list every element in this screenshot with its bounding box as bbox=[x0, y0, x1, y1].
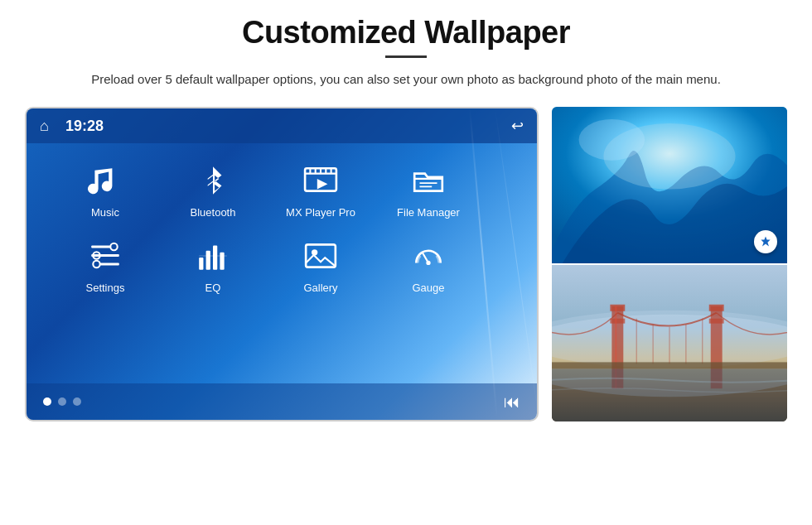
svg-rect-36 bbox=[709, 319, 724, 324]
app-mxplayer[interactable]: MX Player Pro bbox=[267, 160, 375, 219]
svg-point-23 bbox=[426, 261, 430, 265]
bridge-background bbox=[552, 265, 787, 421]
gauge-icon bbox=[408, 235, 449, 277]
page-container: Customized Wallpaper Preload over 5 defa… bbox=[0, 0, 812, 525]
app-eq[interactable]: EQ bbox=[159, 235, 267, 294]
svg-point-15 bbox=[93, 261, 99, 267]
svg-rect-11 bbox=[91, 254, 119, 257]
app-grid: Music Bluetooth bbox=[27, 143, 537, 383]
video-icon bbox=[300, 160, 341, 201]
svg-rect-19 bbox=[220, 253, 224, 270]
music-icon bbox=[85, 160, 126, 201]
device-screenshot: ⌂ 19:28 ↩ Music bbox=[25, 107, 539, 421]
svg-rect-10 bbox=[91, 246, 110, 248]
app-row-1: Music Bluetooth bbox=[51, 160, 512, 219]
svg-rect-42 bbox=[552, 363, 787, 369]
app-settings-label: Settings bbox=[86, 282, 125, 294]
settings-icon bbox=[85, 235, 126, 277]
content-row: ⌂ 19:28 ↩ Music bbox=[25, 107, 787, 421]
page-subtitle: Preload over 5 default wallpaper options… bbox=[91, 70, 721, 89]
title-underline bbox=[385, 55, 427, 58]
svg-rect-16 bbox=[199, 258, 203, 270]
dot-3[interactable] bbox=[73, 397, 81, 406]
dot-indicators bbox=[43, 397, 81, 406]
status-bar: ⌂ 19:28 ↩ bbox=[27, 108, 537, 143]
skip-back-button[interactable]: ⏮ bbox=[504, 393, 520, 412]
svg-rect-35 bbox=[709, 305, 724, 311]
eq-icon bbox=[192, 235, 234, 277]
bluetooth-icon bbox=[192, 160, 234, 201]
wallpaper-bridge bbox=[552, 265, 787, 421]
dot-1[interactable] bbox=[43, 397, 51, 406]
page-title: Customized Wallpaper bbox=[242, 15, 570, 51]
app-gauge[interactable]: Gauge bbox=[375, 235, 482, 294]
app-row-2: Settings bbox=[51, 235, 512, 294]
app-gauge-label: Gauge bbox=[412, 282, 444, 294]
app-mxplayer-label: MX Player Pro bbox=[286, 206, 355, 219]
side-images bbox=[552, 107, 787, 421]
svg-rect-18 bbox=[213, 246, 217, 270]
gallery-icon bbox=[300, 235, 341, 277]
app-bluetooth[interactable]: Bluetooth bbox=[159, 160, 267, 219]
app-music[interactable]: Music bbox=[51, 160, 159, 219]
bottom-bar: ⏮ bbox=[27, 383, 537, 420]
svg-point-22 bbox=[312, 249, 317, 255]
status-time: 19:28 bbox=[65, 118, 511, 135]
svg-rect-17 bbox=[206, 251, 210, 270]
app-settings[interactable]: Settings bbox=[51, 235, 159, 294]
dot-2[interactable] bbox=[58, 397, 66, 406]
app-music-label: Music bbox=[91, 206, 119, 219]
device-screen: ⌂ 19:28 ↩ Music bbox=[27, 108, 537, 420]
app-eq-label: EQ bbox=[205, 282, 221, 294]
svg-rect-21 bbox=[306, 245, 336, 267]
app-bluetooth-label: Bluetooth bbox=[191, 206, 236, 219]
svg-rect-43 bbox=[552, 369, 787, 422]
svg-point-13 bbox=[110, 243, 117, 250]
wallpaper-ice-cave bbox=[552, 107, 787, 263]
svg-rect-31 bbox=[610, 305, 625, 311]
svg-point-26 bbox=[579, 119, 645, 161]
folder-icon bbox=[408, 160, 449, 201]
app-gallery-label: Gallery bbox=[303, 282, 337, 294]
svg-rect-32 bbox=[610, 319, 625, 324]
ice-cave-background bbox=[552, 107, 787, 263]
app-filemanager[interactable]: File Manager bbox=[375, 160, 482, 219]
home-icon[interactable]: ⌂ bbox=[40, 118, 49, 135]
app-filemanager-label: File Manager bbox=[397, 206, 460, 219]
back-icon[interactable]: ↩ bbox=[511, 117, 524, 135]
svg-rect-12 bbox=[100, 263, 119, 266]
app-gallery[interactable]: Gallery bbox=[267, 235, 375, 294]
svg-marker-7 bbox=[317, 179, 328, 190]
